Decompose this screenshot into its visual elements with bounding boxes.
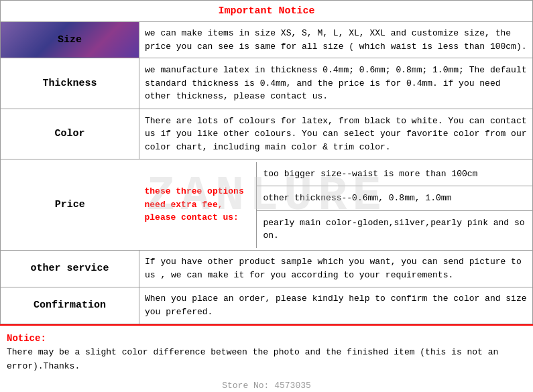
confirmation-content: When you place an order, please kindly h… bbox=[139, 287, 533, 324]
store-number: Store No: 4573035 bbox=[0, 379, 533, 392]
thickness-content: we manufacture latex in thickness 0.4mm;… bbox=[139, 58, 533, 109]
price-note-area: these three options need extra fee, plea… bbox=[139, 162, 257, 248]
price-content-cell: these three options need extra fee, plea… bbox=[139, 159, 533, 251]
other-service-content: If you have other product sample which y… bbox=[139, 250, 533, 287]
price-option-2: other thickness--0.6mm, 0.8mm, 1.0mm bbox=[257, 186, 533, 211]
price-option-1: too bigger size--waist is more than 100c… bbox=[257, 162, 533, 187]
title-row: Important Notice bbox=[1, 1, 533, 22]
notice-text: There may be a slight color difference b… bbox=[7, 347, 498, 371]
main-table: Important Notice Size we can make items … bbox=[0, 0, 533, 324]
confirmation-row: Confirmation When you place an order, pl… bbox=[1, 287, 533, 324]
confirmation-label: Confirmation bbox=[1, 287, 139, 324]
size-label: Size bbox=[1, 21, 139, 58]
color-content: There are lots of colours for latex, fro… bbox=[139, 109, 533, 159]
color-row: Color There are lots of colours for late… bbox=[1, 109, 533, 159]
price-note: these three options need extra fee, plea… bbox=[145, 185, 251, 224]
notice-label: Notice: bbox=[7, 333, 46, 344]
thickness-row: Thickness we manufacture latex in thickn… bbox=[1, 58, 533, 109]
price-row: Price these three options need extra fee… bbox=[1, 159, 533, 251]
page-title: Important Notice bbox=[218, 5, 314, 17]
title-cell: Important Notice bbox=[1, 1, 533, 22]
thickness-label: Thickness bbox=[1, 58, 139, 109]
other-service-row: other service If you have other product … bbox=[1, 250, 533, 287]
color-label: Color bbox=[1, 109, 139, 159]
price-option-3: pearly main color-gloden,silver,pearly p… bbox=[257, 211, 533, 248]
other-service-label: other service bbox=[1, 250, 139, 287]
price-outer: these three options need extra fee, plea… bbox=[139, 162, 533, 248]
notice-section: Notice: There may be a slight color diff… bbox=[0, 324, 533, 379]
page-wrapper: ZANLURE Important Notice Size we can mak… bbox=[0, 0, 533, 392]
size-content: we can make items in size XS, S, M, L, X… bbox=[139, 21, 533, 58]
price-label: Price bbox=[1, 159, 139, 251]
price-options: too bigger size--waist is more than 100c… bbox=[257, 162, 533, 248]
size-row: Size we can make items in size XS, S, M,… bbox=[1, 21, 533, 58]
